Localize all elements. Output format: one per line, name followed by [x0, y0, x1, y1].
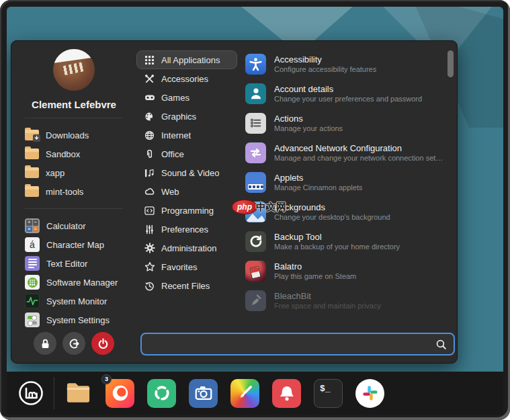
category-games[interactable]: Games: [136, 88, 237, 107]
category-label: Sound & Video: [161, 168, 220, 178]
software-manager-icon: [25, 275, 40, 290]
category-recent-files[interactable]: Recent Files: [136, 276, 237, 295]
sidebar-item-label: Software Manager: [46, 278, 118, 288]
power-icon: [97, 338, 109, 349]
internet-icon: [144, 130, 155, 141]
character-map-icon: á: [25, 237, 40, 252]
network-configuration-icon: [245, 142, 266, 163]
sidebar-item-label: Text Editor: [46, 259, 87, 269]
category-web[interactable]: Web: [136, 182, 237, 201]
app-title: Advanced Network Configuration: [274, 143, 444, 153]
lock-icon: [40, 338, 51, 349]
app-title: Backup Tool: [274, 232, 400, 242]
place-label: Sandbox: [46, 149, 80, 159]
app-row-accessibility[interactable]: Accessibility Configure accessibility fe…: [241, 49, 448, 79]
search-bar: [140, 333, 455, 355]
lock-screen-button[interactable]: [34, 332, 56, 355]
system-settings-icon: [25, 312, 40, 327]
place-item-xapp[interactable]: xapp: [25, 163, 136, 182]
search-input[interactable]: [148, 339, 435, 349]
app-description: Manage Cinnamon applets: [274, 183, 362, 192]
sidebar-item-label: System Monitor: [46, 296, 107, 306]
mint-logo-icon: [17, 380, 44, 407]
screenshot-launcher[interactable]: [189, 379, 218, 408]
app-row-advanced-network-configuration[interactable]: Advanced Network Configuration Manage an…: [241, 138, 448, 167]
app-description: Make a backup of your home directory: [274, 243, 400, 251]
category-sound-video[interactable]: Sound & Video: [136, 163, 237, 182]
backup-tool-icon: [245, 231, 266, 252]
category-graphics[interactable]: Graphics: [136, 107, 237, 126]
power-button[interactable]: [91, 332, 114, 355]
category-accessories[interactable]: Accessories: [136, 69, 237, 88]
paintbrush-icon: [236, 384, 255, 403]
category-office[interactable]: Office: [136, 144, 237, 163]
category-preferences[interactable]: Preferences: [136, 220, 237, 239]
sync-arrows-icon: [153, 384, 171, 403]
firefox-notification-badge: 3: [101, 374, 112, 384]
app-title: Account details: [274, 84, 422, 94]
category-administration[interactable]: Administration: [136, 239, 237, 257]
search-icon[interactable]: [435, 339, 447, 350]
taskbar-panel: 3 $_: [7, 372, 503, 415]
menu-button[interactable]: [16, 378, 46, 408]
sidebar-item-system-settings[interactable]: System Settings: [25, 310, 136, 329]
user-avatar[interactable]: [53, 49, 95, 91]
screen-frame: Clement Lefebvre Downloads Sandbox: [0, 0, 510, 420]
update-manager-launcher[interactable]: [147, 379, 176, 408]
category-label: Graphics: [161, 112, 196, 122]
category-label: Internet: [161, 130, 191, 140]
slack-launcher[interactable]: [355, 379, 384, 408]
text-editor-icon: [25, 256, 40, 271]
taskbar-launchers: 3 $_: [64, 379, 384, 408]
calculator-icon: +− ×=: [25, 218, 40, 233]
session-buttons: [11, 332, 136, 355]
file-manager-launcher[interactable]: [64, 379, 93, 408]
sidebar-item-system-monitor[interactable]: System Monitor: [25, 292, 136, 310]
terminal-launcher[interactable]: $_: [314, 379, 343, 408]
app-row-balatro[interactable]: Balatro Play this game on Steam: [241, 256, 448, 286]
category-favorites[interactable]: Favorites: [136, 257, 237, 276]
all-applications-icon: [144, 54, 155, 66]
app-title: Applets: [274, 173, 362, 183]
place-label: mint-tools: [46, 187, 83, 197]
drawing-app-launcher[interactable]: [230, 379, 259, 408]
category-label: Games: [161, 93, 189, 103]
folder-icon: [25, 186, 39, 197]
separator: [25, 118, 123, 118]
notifications-launcher[interactable]: [272, 379, 301, 408]
category-label: Favorites: [161, 262, 197, 272]
place-label: Downloads: [46, 130, 89, 140]
folder-icon: [25, 149, 39, 159]
app-description: Change your desktop's background: [274, 213, 390, 221]
category-label: Administration: [161, 243, 216, 253]
sidebar-item-character-map[interactable]: á Character Map: [25, 235, 136, 254]
app-title: BleachBit: [274, 291, 381, 301]
logout-button[interactable]: [62, 332, 85, 355]
category-internet[interactable]: Internet: [136, 126, 237, 144]
sidebar-item-calculator[interactable]: +− ×= Calculator: [25, 216, 136, 235]
place-item-downloads[interactable]: Downloads: [25, 126, 136, 144]
downloads-folder-icon: [25, 130, 39, 140]
programming-icon: [144, 205, 155, 216]
graphics-icon: [144, 111, 155, 122]
app-row-actions[interactable]: Actions Manage your actions: [241, 108, 448, 138]
sidebar-item-text-editor[interactable]: Text Editor: [25, 254, 136, 273]
place-item-mint-tools[interactable]: mint-tools: [25, 182, 136, 201]
firefox-launcher[interactable]: 3: [105, 379, 134, 408]
camera-icon: [194, 383, 214, 403]
app-row-backup-tool[interactable]: Backup Tool Make a backup of your home d…: [241, 226, 448, 256]
actions-icon: [245, 113, 266, 134]
app-row-applets[interactable]: Applets Manage Cinnamon applets: [241, 167, 448, 197]
category-programming[interactable]: Programming: [136, 201, 237, 220]
app-description: Manage your actions: [274, 124, 343, 132]
backgrounds-icon: [245, 202, 266, 222]
applist-scrollbar-thumb[interactable]: [448, 50, 454, 77]
app-row-backgrounds[interactable]: Backgrounds Change your desktop's backgr…: [241, 197, 448, 226]
user-name: Clement Lefebvre: [11, 99, 136, 110]
sidebar-item-software-manager[interactable]: Software Manager: [25, 273, 136, 292]
app-row-account-details[interactable]: Account details Change your user prefere…: [241, 79, 448, 108]
place-item-sandbox[interactable]: Sandbox: [25, 144, 136, 163]
category-label: Office: [161, 149, 184, 159]
app-row-bleachbit[interactable]: BleachBit Free space and maintain privac…: [241, 286, 448, 315]
category-all-applications[interactable]: All Applications: [136, 50, 237, 69]
